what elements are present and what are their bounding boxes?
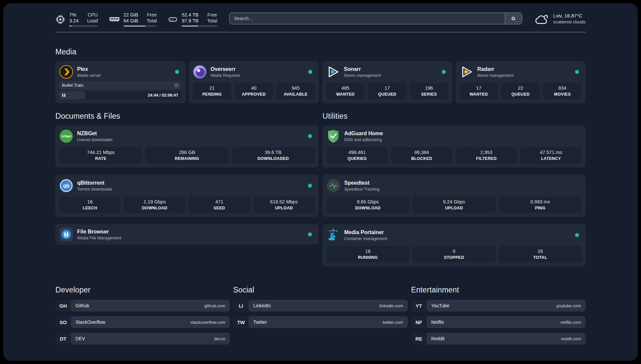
status-dot xyxy=(308,134,312,138)
stat-remaining: 266 GBREMAINING xyxy=(145,147,228,164)
playback-time: 24:44 / 02:06:47 xyxy=(148,93,178,98)
link-abbr: GH xyxy=(55,300,71,312)
stat-seed: 471SEED xyxy=(189,197,250,213)
adguard-icon xyxy=(326,129,340,143)
system-stats: 7%3.24 CPULoad 22 GiB64 GiB FreeTota xyxy=(55,12,217,27)
now-playing-icon xyxy=(174,83,179,88)
cpu-progress-fill xyxy=(69,25,72,27)
cloud-icon xyxy=(534,12,549,25)
now-playing-row: Bullet Train xyxy=(59,81,182,89)
app-description: Series management xyxy=(344,73,381,78)
app-card-plex[interactable]: Plex Media server Bullet Train 24:44 / 0… xyxy=(55,61,186,103)
link-url: twitter.com xyxy=(383,320,403,325)
developer-section: Developer GH Githubgithub.com SO StackOv… xyxy=(55,286,230,345)
cpu-load-value: 3.24 xyxy=(69,18,78,24)
link-name: Github xyxy=(76,303,89,308)
link-stackoverflow[interactable]: SO StackOverflowstackoverflow.com xyxy=(55,316,230,328)
entertainment-section-title: Entertainment xyxy=(411,286,586,294)
app-name: qBittorrent xyxy=(77,180,112,187)
status-dot xyxy=(308,232,312,236)
stat-download: 9.65 GbpsDOWNLOAD xyxy=(326,197,409,213)
link-name: Reddit xyxy=(431,336,444,341)
stat-running: 16RUNNING xyxy=(326,246,409,262)
app-card-overseerr[interactable]: Overseerr Media Requests 21PENDING 40APP… xyxy=(189,61,319,103)
search-input[interactable] xyxy=(229,13,505,24)
app-card-portainer[interactable]: Media Portainer Container management 16R… xyxy=(322,224,586,266)
link-abbr: YT xyxy=(411,300,427,312)
cpu-usage-value: 7% xyxy=(69,12,78,18)
weather-widget: Lviv, 16.87°C scattered clouds xyxy=(534,12,586,25)
link-name: DEV xyxy=(76,336,85,341)
link-reddit[interactable]: RE Redditreddit.com xyxy=(411,333,586,345)
stat-movies: 834MOVIES xyxy=(543,83,582,99)
status-dot xyxy=(175,70,179,74)
overseerr-icon xyxy=(193,65,207,79)
app-description: Media File Management xyxy=(77,235,121,241)
app-card-qbittorrent[interactable]: qb qBittorrent Torrent downloader 16LEEC… xyxy=(55,175,319,217)
ram-free-value: 22 GiB xyxy=(124,12,138,18)
social-section-title: Social xyxy=(233,286,408,294)
disk-free-value: 52.4 TB xyxy=(182,12,198,18)
portainer-icon xyxy=(326,228,340,242)
app-description: Torrent downloader xyxy=(77,187,112,192)
app-name: Radarr xyxy=(477,66,514,73)
stat-upload: 9.24 GbpsUPLOAD xyxy=(412,197,495,213)
ram-icon xyxy=(109,15,120,24)
app-card-sonarr[interactable]: Sonarr Series management 485WANTED 17QUE… xyxy=(322,61,452,103)
search-engine-button[interactable]: G xyxy=(505,13,522,24)
cpu-stat: 7%3.24 CPULoad xyxy=(55,12,98,27)
app-description: Media server xyxy=(77,73,101,78)
link-abbr: DT xyxy=(55,333,71,345)
link-name: YouTube xyxy=(431,303,449,308)
utilities-section: Utilities AdGuard Home DNS and adb xyxy=(322,112,586,266)
weather-condition: scattered clouds xyxy=(553,19,586,25)
stat-rate: 744.21 MbpsRATE xyxy=(59,147,142,164)
stat-wanted: 485WANTED xyxy=(326,83,365,99)
link-abbr: SO xyxy=(55,316,71,328)
radarr-icon xyxy=(460,65,473,79)
entertainment-section: Entertainment YT YouTubeyoutube.com NF N… xyxy=(411,286,586,345)
app-card-nzbget[interactable]: nzbget NZBGet Usenet downloader 744.21 M… xyxy=(55,125,319,167)
link-url: stackoverflow.com xyxy=(190,320,225,325)
link-abbr: RE xyxy=(411,333,427,345)
stat-queries: 498,461QUERIES xyxy=(326,147,388,164)
link-abbr: LI xyxy=(233,300,249,312)
stat-latency: 47.571 msLATENCY xyxy=(520,147,582,164)
link-linkedin[interactable]: LI LinkedInlinkedin.com xyxy=(233,300,408,312)
app-card-adguard[interactable]: AdGuard Home DNS and adblocking 498,461Q… xyxy=(322,125,586,167)
app-name: AdGuard Home xyxy=(344,130,383,137)
app-description: Speedtest Tracking xyxy=(344,187,380,192)
stat-queued: 17QUEUED xyxy=(368,83,407,99)
disk-total-label: Total xyxy=(207,18,217,24)
stat-pending: 21PENDING xyxy=(193,83,231,99)
filebrowser-icon xyxy=(59,228,73,241)
ram-progress-fill xyxy=(124,25,146,27)
stat-ping: 0.993 msPING xyxy=(499,197,582,213)
app-card-radarr[interactable]: Radarr Movie management 17WANTED 22QUEUE… xyxy=(456,61,586,103)
link-dev[interactable]: DT DEVdev.to xyxy=(55,333,230,345)
link-twitter[interactable]: TW Twittertwitter.com xyxy=(233,316,408,328)
app-name: Plex xyxy=(77,66,101,73)
app-card-speedtest[interactable]: Speedtest Speedtest Tracking 9.65 GbpsDO… xyxy=(322,175,586,217)
link-netflix[interactable]: NF Netflixnetflix.com xyxy=(411,316,586,328)
app-card-filebrowser[interactable]: File Browser Media File Management xyxy=(55,224,319,245)
pause-button[interactable] xyxy=(62,94,65,97)
link-youtube[interactable]: YT YouTubeyoutube.com xyxy=(411,300,586,312)
status-dot xyxy=(442,70,446,74)
app-description: Movie management xyxy=(477,73,514,78)
svg-text:qb: qb xyxy=(63,183,69,189)
stat-blocked: 86,384BLOCKED xyxy=(391,147,452,164)
header-divider xyxy=(55,32,586,32)
stat-total: 16TOTAL xyxy=(499,246,582,262)
link-name: Twitter xyxy=(253,319,267,325)
ram-free-label: Free xyxy=(147,12,157,18)
link-github[interactable]: GH Githubgithub.com xyxy=(55,300,230,312)
qbittorrent-icon: qb xyxy=(59,179,73,193)
disk-stat: 52.4 TB97.9 TB FreeTotal xyxy=(168,12,217,27)
status-dot xyxy=(575,233,579,237)
link-abbr: TW xyxy=(233,316,249,328)
sonarr-icon xyxy=(326,65,340,79)
utilities-section-title: Utilities xyxy=(322,112,586,121)
disk-progress-fill xyxy=(182,25,198,27)
stat-downloaded: 39.6 TBDOWNLOADED xyxy=(232,147,315,164)
